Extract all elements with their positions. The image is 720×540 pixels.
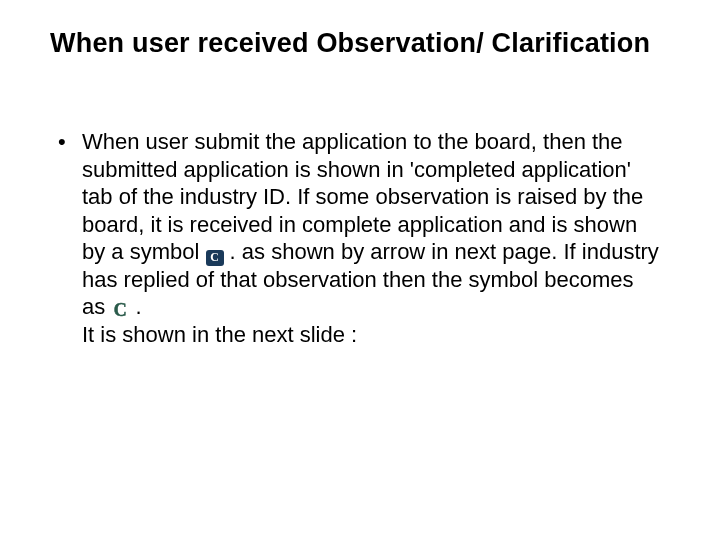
observation-replied-icon: C bbox=[111, 301, 129, 319]
bullet-segment-4: It is shown in the next slide : bbox=[82, 321, 660, 349]
observation-pending-icon: C bbox=[206, 250, 224, 266]
title-text: When user received Observation/ Clarific… bbox=[50, 28, 650, 58]
slide: When user received Observation/ Clarific… bbox=[0, 0, 720, 540]
list-item: When user submit the application to the … bbox=[54, 128, 660, 348]
page-title: When user received Observation/ Clarific… bbox=[50, 28, 670, 59]
body-text: When user submit the application to the … bbox=[54, 128, 660, 348]
bullet-segment-3: . bbox=[129, 294, 141, 319]
bullet-list: When user submit the application to the … bbox=[54, 128, 660, 348]
